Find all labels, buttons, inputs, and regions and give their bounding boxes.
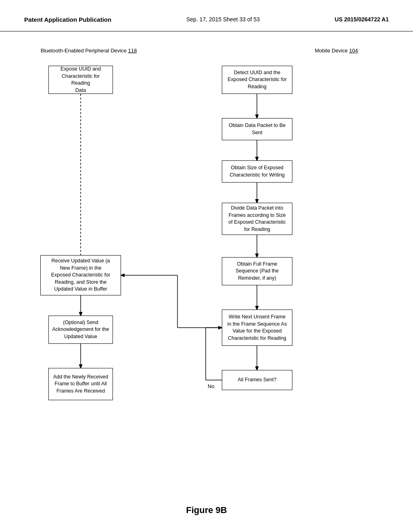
header-date-sheet: Sep. 17, 2015 Sheet 33 of 53 — [186, 16, 260, 23]
figure-label: Figure 9B — [0, 505, 413, 532]
header: Patent Application Publication Sep. 17, … — [0, 0, 413, 31]
box-all-frames: All Frames Sent? — [222, 370, 292, 390]
header-right: US 2015/0264722 A1 — [335, 16, 389, 23]
header-center: Sep. 17, 2015 Sheet 33 of 53 — [186, 16, 260, 23]
box-divide: Divide Data Packet into Frames according… — [222, 203, 292, 235]
box-add: Add the Newly Received Frame to Buffer u… — [48, 368, 113, 400]
left-device-label: Bluetooth-Enabled Peripheral Device 118 — [41, 48, 137, 54]
box-receive: Receive Updated Value (a New Frame) in t… — [40, 255, 121, 295]
page: Patent Application Publication Sep. 17, … — [0, 0, 413, 532]
box-detect: Detect UUID and the Exposed Characterist… — [222, 66, 292, 94]
header-left: Patent Application Publication — [24, 16, 111, 23]
box-write: Write Next Unsent Frame in the Frame Seq… — [222, 310, 292, 346]
left-device-number: 118 — [128, 48, 137, 54]
column-labels: Bluetooth-Enabled Peripheral Device 118 … — [24, 48, 389, 54]
diagram-area: Bluetooth-Enabled Peripheral Device 118 … — [0, 31, 413, 497]
svg-text:No: No — [208, 383, 215, 389]
right-column-label: Mobile Device 104 — [292, 48, 381, 54]
left-column-label: Bluetooth-Enabled Peripheral Device 118 — [32, 48, 145, 54]
right-device-number: 104 — [349, 48, 358, 54]
box-obtain-size: Obtain Size of Exposed Characteristic fo… — [222, 160, 292, 183]
box-optional: (Optional) Send Acknowledgement for the … — [48, 316, 113, 344]
box-obtain-data: Obtain Data Packet to Be Sent — [222, 118, 292, 140]
flowchart: No Expose UUID and Chara — [24, 58, 389, 481]
box-full-frame: Obtain Full Frame Sequence (Pad the Remi… — [222, 257, 292, 285]
patent-number: US 2015/0264722 A1 — [335, 16, 389, 23]
publication-label: Patent Application Publication — [24, 16, 111, 23]
box-expose: Expose UUID and Characteristic for Readi… — [48, 66, 113, 94]
